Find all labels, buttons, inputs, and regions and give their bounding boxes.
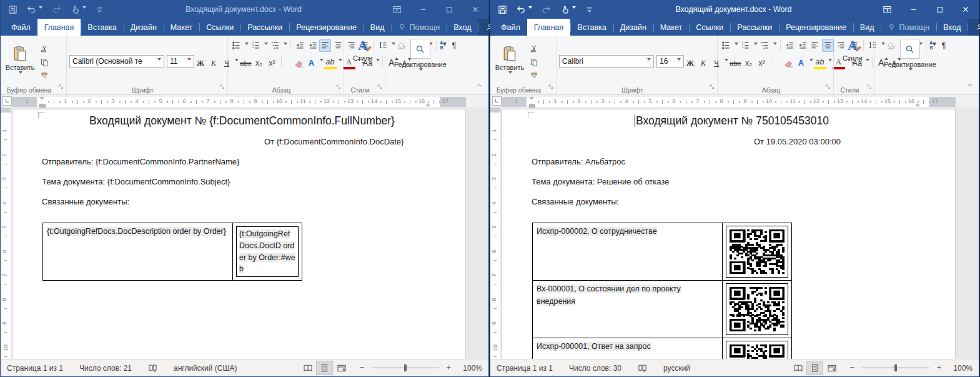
tab-view[interactable]: Вид <box>853 19 881 36</box>
id-cell[interactable]: {t:OutgoingRefDocs.DocID order by Order:… <box>233 223 302 281</box>
multilevel-list-dropdown-icon[interactable] <box>773 43 777 47</box>
print-layout-button[interactable] <box>806 361 823 375</box>
tab-mailings[interactable]: Рассылки <box>240 19 289 36</box>
increase-indent-button[interactable] <box>307 39 319 52</box>
bullet-list-button[interactable] <box>720 39 732 52</box>
italic-button[interactable]: К <box>207 56 220 68</box>
paragraph-dialog-launcher[interactable] <box>825 81 831 93</box>
page-indicator[interactable]: Страница 1 из 1 <box>7 364 63 373</box>
tab-insert[interactable]: Вставка <box>81 19 123 36</box>
web-layout-button[interactable] <box>823 361 840 375</box>
language-indicator[interactable]: английский (США) <box>174 364 237 373</box>
styles-dialog-launcher[interactable] <box>866 81 873 93</box>
clipboard-dialog-launcher[interactable] <box>548 81 554 93</box>
zoom-slider[interactable] <box>372 368 439 368</box>
collapse-ribbon-button[interactable] <box>475 81 483 92</box>
tab-references[interactable]: Ссылки <box>199 19 240 36</box>
tab-layout[interactable]: Макет <box>653 19 689 36</box>
format-painter-button[interactable] <box>38 71 51 82</box>
id-cell[interactable] <box>723 338 792 359</box>
paste-button[interactable]: Вставить <box>3 44 37 78</box>
description-cell[interactable]: Исхпр-000001, Ответ на запрос <box>533 338 723 359</box>
tab-home[interactable]: Главная <box>37 19 81 36</box>
share-button[interactable]: Общий доступ <box>968 19 980 36</box>
maximize-button[interactable] <box>926 0 953 19</box>
numbered-list-button[interactable] <box>250 39 262 52</box>
increase-indent-button[interactable] <box>797 39 809 52</box>
vertical-ruler[interactable]: 12345678910 <box>490 108 500 359</box>
zoom-in-button[interactable] <box>936 364 943 373</box>
qr-code[interactable] <box>726 341 788 359</box>
document-heading[interactable]: Входящий документ № 750105453010 <box>532 114 932 128</box>
align-center-button[interactable] <box>822 39 834 52</box>
tab-view[interactable]: Вид <box>364 19 392 36</box>
read-mode-button[interactable] <box>789 361 806 375</box>
description-cell[interactable]: Исхпр-000002, О сотрудничестве <box>533 223 723 281</box>
font-dialog-launcher[interactable] <box>219 81 225 93</box>
touch-mouse-mode-button[interactable] <box>560 5 576 14</box>
decrease-indent-button[interactable] <box>294 39 306 52</box>
tell-me-box[interactable]: Помощн <box>881 19 936 36</box>
cut-button[interactable] <box>38 43 51 54</box>
zoom-slider[interactable] <box>862 368 929 368</box>
bold-button[interactable]: Ж <box>194 56 207 68</box>
customize-qat-button[interactable] <box>96 6 104 14</box>
web-layout-button[interactable] <box>333 361 350 375</box>
zoom-out-button[interactable] <box>359 364 365 373</box>
align-center-button[interactable] <box>332 39 344 52</box>
document-heading[interactable]: Входящий документ № {f:DocumentCommonInf… <box>42 114 442 128</box>
read-mode-button[interactable] <box>299 361 316 375</box>
tab-design[interactable]: Дизайн <box>613 19 653 36</box>
tab-file[interactable]: Файл <box>4 19 37 36</box>
styles-button[interactable]: А Стили <box>836 38 869 84</box>
zoom-level[interactable]: 100% <box>461 364 482 373</box>
redo-button[interactable] <box>542 5 551 14</box>
sign-in-button[interactable]: Вход <box>936 19 968 36</box>
zoom-in-button[interactable] <box>445 364 452 373</box>
paste-button[interactable]: Вставить <box>493 44 527 78</box>
ribbon-display-options-button[interactable] <box>874 0 900 19</box>
numbered-list-dropdown-icon[interactable] <box>264 43 268 47</box>
maximize-button[interactable] <box>436 0 462 19</box>
qr-code[interactable] <box>726 226 788 278</box>
proofing-status-button[interactable] <box>638 363 647 373</box>
bullet-list-button[interactable] <box>230 39 242 52</box>
editing-button[interactable]: Редактирование <box>878 38 943 84</box>
zoom-level[interactable]: 100% <box>951 364 973 373</box>
tab-design[interactable]: Дизайн <box>124 19 164 36</box>
decrease-indent-button[interactable] <box>784 39 796 52</box>
tab-file[interactable]: Файл <box>494 19 527 36</box>
description-cell[interactable]: {t:OutgoingRefDocs.DocDescription order … <box>43 223 233 281</box>
ribbon-display-options-button[interactable] <box>384 0 410 19</box>
tab-review[interactable]: Рецензирование <box>779 19 853 36</box>
copy-button[interactable] <box>38 57 51 68</box>
touch-mouse-mode-button[interactable] <box>71 5 86 14</box>
clipboard-dialog-launcher[interactable] <box>58 81 64 93</box>
document-subject-line[interactable]: Тема документа: Решение об отказе <box>532 177 932 186</box>
id-cell[interactable] <box>723 281 792 338</box>
page-indicator[interactable]: Страница 1 из 1 <box>497 364 553 373</box>
tab-review[interactable]: Рецензирование <box>289 19 364 36</box>
tab-stop-selector[interactable] <box>2 96 12 106</box>
font-name-combobox[interactable]: Calibri (Основной те <box>69 55 164 68</box>
tab-mailings[interactable]: Рассылки <box>730 19 779 36</box>
zoom-out-button[interactable] <box>849 364 856 373</box>
zoom-slider-handle[interactable] <box>894 364 897 371</box>
document-page[interactable]: Входящий документ № 750105453010 От 19.0… <box>502 109 956 359</box>
format-painter-button[interactable] <box>528 71 540 82</box>
close-button[interactable] <box>462 0 488 19</box>
multilevel-list-button[interactable] <box>759 39 771 52</box>
document-date-line[interactable]: От 19.05.2020 03:00:00 <box>532 137 932 146</box>
align-left-button[interactable] <box>319 39 331 52</box>
paragraph-dialog-launcher[interactable] <box>335 81 342 93</box>
bold-button[interactable]: Ж <box>684 56 696 68</box>
multilevel-list-button[interactable] <box>269 39 281 52</box>
multilevel-list-dropdown-icon[interactable] <box>284 43 287 47</box>
document-date-line[interactable]: От {f:DocumentCommonInfo.DocDate} <box>42 137 442 146</box>
horizontal-ruler[interactable]: 12345678910111213141516171 <box>502 97 956 107</box>
copy-button[interactable] <box>528 57 540 68</box>
undo-button[interactable] <box>517 5 532 14</box>
print-layout-button[interactable] <box>316 361 333 375</box>
tab-insert[interactable]: Вставка <box>570 19 613 36</box>
tab-home[interactable]: Главная <box>527 19 571 36</box>
